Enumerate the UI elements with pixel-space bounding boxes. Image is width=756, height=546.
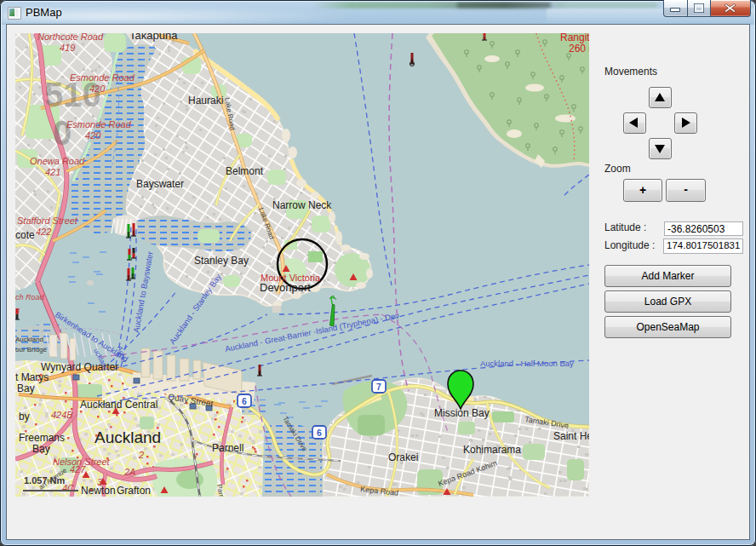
svg-text:424B: 424B xyxy=(51,410,73,420)
svg-text:420: 420 xyxy=(85,130,101,141)
svg-text:our Bridge: our Bridge xyxy=(15,346,47,353)
svg-text:1.057 Nm: 1.057 Nm xyxy=(24,475,66,486)
svg-text:cote: cote xyxy=(15,229,35,241)
svg-text:Bay: Bay xyxy=(32,443,50,455)
svg-text:Takapuna: Takapuna xyxy=(129,33,178,42)
svg-text:2A: 2A xyxy=(123,467,135,477)
svg-text:Bay: Bay xyxy=(17,382,35,394)
svg-text:419: 419 xyxy=(60,43,75,53)
svg-text:Auckland: Auckland xyxy=(15,336,43,343)
svg-text:427: 427 xyxy=(70,464,86,474)
svg-text:t Marys: t Marys xyxy=(15,371,49,383)
svg-text:Freemans: Freemans xyxy=(19,432,65,444)
svg-text:420: 420 xyxy=(89,83,106,94)
svg-text:Auckland - Half Moon Bay: Auckland - Half Moon Bay xyxy=(480,359,574,368)
svg-text:Orakei: Orakei xyxy=(388,451,418,463)
svg-text:Auckland: Auckland xyxy=(94,428,161,446)
svg-text:Onewa Road: Onewa Road xyxy=(30,156,85,166)
svg-text:6: 6 xyxy=(242,396,247,406)
svg-text:Mission Bay: Mission Bay xyxy=(434,407,490,419)
svg-text:Esmonde Road: Esmonde Road xyxy=(70,72,135,83)
svg-text:ch Road: ch Road xyxy=(15,293,45,302)
svg-text:Narrow Neck: Narrow Neck xyxy=(272,199,332,211)
svg-text:3: 3 xyxy=(15,307,20,315)
svg-text:Northcote Road: Northcote Road xyxy=(37,33,104,42)
svg-text:Mount Victoria: Mount Victoria xyxy=(261,273,321,283)
svg-text:2: 2 xyxy=(138,450,144,460)
svg-text:Bayswater: Bayswater xyxy=(136,178,184,190)
svg-text:Saint He: Saint He xyxy=(553,430,589,442)
svg-text:by: by xyxy=(19,411,30,422)
svg-text:421: 421 xyxy=(45,167,60,177)
svg-text:Hauraki: Hauraki xyxy=(188,95,223,106)
svg-text:Grafton: Grafton xyxy=(117,485,151,497)
svg-text:7: 7 xyxy=(376,382,381,392)
svg-text:Stanley Bay: Stanley Bay xyxy=(194,255,249,267)
svg-text:Stafford Street: Stafford Street xyxy=(17,216,78,226)
svg-text:Devonport: Devonport xyxy=(260,281,311,294)
svg-text:6: 6 xyxy=(317,428,322,438)
svg-text:Auckland Central: Auckland Central xyxy=(80,399,158,411)
svg-text:422: 422 xyxy=(36,227,51,237)
svg-text:Esmonde Road: Esmonde Road xyxy=(66,119,132,129)
svg-text:Parnell: Parnell xyxy=(212,442,243,454)
svg-text:Kohimarama: Kohimarama xyxy=(463,444,521,456)
svg-text:3: 3 xyxy=(97,477,103,487)
svg-text:260 r: 260 r xyxy=(569,43,589,55)
svg-text:Belmont: Belmont xyxy=(226,165,264,177)
